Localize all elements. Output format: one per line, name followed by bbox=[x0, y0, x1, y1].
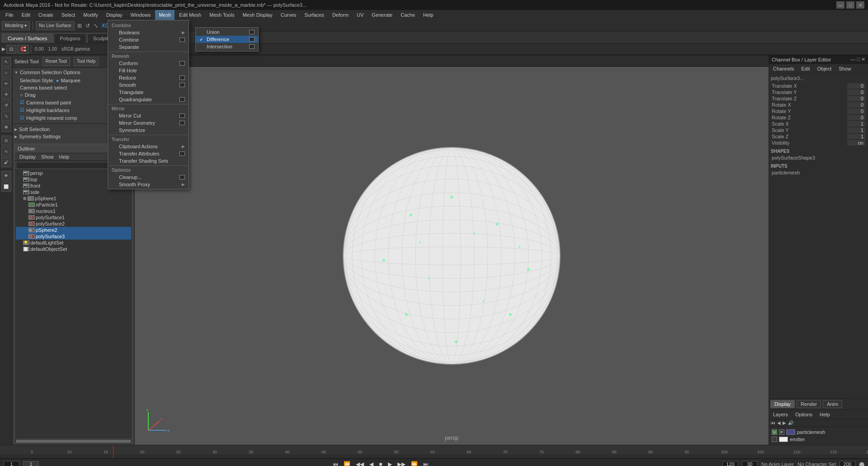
tab-render[interactable]: Render bbox=[797, 400, 821, 408]
menu-mesh[interactable]: Mesh bbox=[155, 10, 175, 20]
paint-tool[interactable]: ✏ bbox=[1, 79, 11, 89]
frame-end-field[interactable] bbox=[840, 461, 855, 466]
layer-row-emitter[interactable]: emitter bbox=[771, 436, 866, 443]
menu-select[interactable]: Select bbox=[58, 10, 79, 20]
pb-prev-key[interactable]: ◀◀ bbox=[354, 460, 366, 466]
dd-combine[interactable]: Combine bbox=[108, 36, 189, 43]
cb-value-vis[interactable]: on bbox=[847, 140, 865, 146]
menu-windows[interactable]: Windows bbox=[127, 10, 155, 20]
dd-clipboard-actions[interactable]: Clipboard Actions ▶ bbox=[108, 143, 189, 150]
cb-inputs-value-row[interactable]: particlemesh bbox=[771, 169, 866, 176]
dd-booleans[interactable]: Booleans ▶ bbox=[108, 29, 189, 36]
cb-value-rx[interactable]: 0 bbox=[847, 102, 865, 108]
paint-skin-tool[interactable]: 🖌 bbox=[1, 157, 11, 167]
cb-scale-y[interactable]: Scale Y 1 bbox=[771, 127, 866, 133]
sculpt-tool[interactable]: ∿ bbox=[1, 146, 11, 156]
pb-first-frame[interactable]: ⏮ bbox=[331, 460, 340, 466]
rotate-tool[interactable]: ↺ bbox=[1, 100, 11, 110]
highlight-nearest-check[interactable]: ☑ bbox=[20, 115, 24, 121]
modeling-dropdown[interactable]: Modeling ▾ bbox=[2, 21, 30, 30]
cb-tab-show[interactable]: Show bbox=[836, 66, 854, 72]
diff-options-box[interactable] bbox=[249, 37, 255, 42]
cb-value-sy[interactable]: 1 bbox=[847, 127, 865, 133]
magnet-snap[interactable]: 🧲 bbox=[17, 45, 29, 54]
timeline[interactable]: 5101520253035404550556065707580859095100… bbox=[0, 445, 868, 458]
union-options-box[interactable] bbox=[249, 30, 255, 34]
highlight-backfaces-check[interactable]: ☑ bbox=[20, 107, 24, 113]
tool-help-button[interactable]: Tool Help bbox=[74, 57, 99, 66]
menu-edit-mesh[interactable]: Edit Mesh bbox=[175, 10, 205, 20]
outliner-menu-show[interactable]: Show bbox=[38, 153, 57, 160]
outliner-menu-help[interactable]: Help bbox=[57, 153, 72, 160]
pb-prev-frame[interactable]: ⏪ bbox=[342, 460, 352, 466]
intersection-options-box[interactable] bbox=[249, 44, 255, 49]
outliner-item-polysurface1[interactable]: ⬡ polySurface1 bbox=[16, 214, 131, 221]
frame-start-field[interactable] bbox=[4, 461, 19, 466]
dd-intersection[interactable]: Intersection bbox=[196, 43, 258, 50]
select-tool[interactable]: ↖ bbox=[1, 57, 11, 67]
cb-tab-edit[interactable]: Edit bbox=[798, 66, 812, 72]
tab-curves-surfaces[interactable]: Curves / Surfaces bbox=[2, 33, 53, 43]
timeline-playhead[interactable] bbox=[113, 445, 114, 458]
menu-deform[interactable]: Deform bbox=[329, 10, 352, 20]
dd-union[interactable]: Union bbox=[196, 28, 258, 36]
lasso-tool[interactable]: ○ bbox=[1, 68, 11, 78]
transfer-attr-options-box[interactable] bbox=[179, 151, 185, 156]
layer-vis-p[interactable]: P bbox=[779, 429, 784, 435]
mirror-cut-options-box[interactable] bbox=[179, 113, 185, 118]
tab-polygons[interactable]: Polygons bbox=[54, 33, 86, 43]
tab-display[interactable]: Display bbox=[770, 400, 795, 408]
minimize-button[interactable]: — bbox=[836, 1, 844, 9]
layer-audio-icon[interactable]: ⏮ bbox=[771, 420, 775, 425]
anim-end-field[interactable] bbox=[722, 461, 738, 466]
outliner-item-nparticle1[interactable]: · nParticle1 bbox=[16, 202, 131, 208]
menu-edit[interactable]: Edit bbox=[18, 10, 34, 20]
dd-fill-hole[interactable]: Fill Hole bbox=[108, 67, 189, 74]
snap-toggle[interactable]: ⊡ bbox=[6, 45, 16, 54]
dd-difference[interactable]: ✔ Difference bbox=[196, 36, 258, 43]
dd-smooth[interactable]: Smooth bbox=[108, 81, 189, 89]
cb-visibility[interactable]: Visibility on bbox=[771, 140, 866, 146]
range-end-display[interactable] bbox=[742, 461, 758, 466]
pb-play-fwd[interactable]: ▶ bbox=[386, 460, 394, 466]
lt-tab-help[interactable]: Help bbox=[817, 411, 833, 418]
menu-mesh-display[interactable]: Mesh Display bbox=[239, 10, 276, 20]
cb-rotate-x[interactable]: Rotate X 0 bbox=[771, 102, 866, 108]
cleanup-options-box[interactable] bbox=[179, 175, 185, 179]
cb-tab-channels[interactable]: Channels bbox=[770, 66, 797, 72]
conform-options-box[interactable] bbox=[179, 61, 185, 66]
cb-rotate-z[interactable]: Rotate Z 0 bbox=[771, 114, 866, 121]
layer-prev-icon[interactable]: ◀ bbox=[777, 420, 781, 425]
soft-mod-tool[interactable]: ⊙ bbox=[1, 136, 11, 146]
auto-key-icon[interactable]: ⬤ bbox=[859, 461, 864, 466]
cb-shapes-value-row[interactable]: polySurfaceShape3 bbox=[771, 155, 866, 161]
cb-scale-z[interactable]: Scale Z 1 bbox=[771, 133, 866, 140]
titlebar-controls[interactable]: — □ ✕ bbox=[836, 1, 864, 9]
camera-paint-check[interactable]: ☑ bbox=[20, 99, 24, 105]
cb-value-sz[interactable]: 1 bbox=[847, 134, 865, 139]
maximize-button[interactable]: □ bbox=[846, 1, 854, 9]
cb-value-ry[interactable]: 0 bbox=[847, 108, 865, 114]
pb-play-back[interactable]: ◀ bbox=[368, 460, 375, 466]
timeline-ruler[interactable]: 5101520253035404550556065707580859095100… bbox=[0, 445, 868, 454]
frame-current-field[interactable] bbox=[23, 461, 39, 466]
dd-reduce[interactable]: Reduce bbox=[108, 74, 189, 81]
layer-vis-v[interactable]: V bbox=[772, 429, 777, 435]
pb-play-stop[interactable]: ■ bbox=[377, 460, 384, 466]
quad-options-box[interactable] bbox=[179, 97, 185, 102]
move-tool[interactable]: ✛ bbox=[1, 89, 11, 99]
cb-rotate-y[interactable]: Rotate Y 0 bbox=[771, 108, 866, 114]
outliner-item-psphere1[interactable]: ⊞ ◻ pSphere1 bbox=[16, 195, 131, 202]
dd-transfer-shading-sets[interactable]: Transfer Shading Sets bbox=[108, 157, 189, 165]
cb-minimize[interactable]: — bbox=[850, 56, 855, 62]
outliner-item-defaultobjectset[interactable]: ⬜ defaultObjectSet bbox=[16, 246, 131, 252]
drag-radio[interactable]: ○ bbox=[20, 92, 23, 98]
cb-translate-y[interactable]: Translate Y 0 bbox=[771, 89, 866, 95]
outliner-item-polysurface2[interactable]: ⬡ polySurface2 bbox=[16, 221, 131, 227]
combine-options-box[interactable] bbox=[179, 38, 185, 42]
mirror-geo-options-box[interactable] bbox=[179, 121, 185, 125]
lt-tab-layers[interactable]: Layers bbox=[770, 411, 791, 418]
pb-last-frame[interactable]: ⏭ bbox=[421, 460, 430, 466]
timeline-track[interactable]: 5101520253035404550556065707580859095100… bbox=[2, 445, 866, 454]
show-hide-tool[interactable]: 👁 bbox=[1, 171, 11, 181]
